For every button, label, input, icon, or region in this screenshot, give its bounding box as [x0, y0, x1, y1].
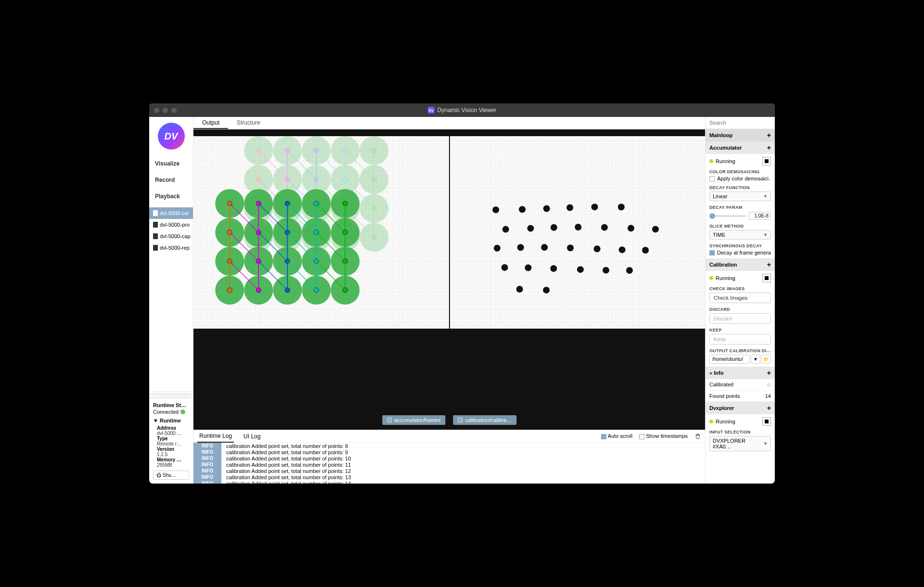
pill-accumulator[interactable]: accumulator/frames [382, 415, 446, 425]
checkbox-icon [458, 418, 462, 422]
keep-button[interactable]: Keep [709, 334, 771, 345]
kv-label: Type [157, 436, 189, 441]
pill-calibration[interactable]: calibration/calibra… [453, 415, 516, 425]
chevron-down-icon: ▼ [763, 441, 768, 446]
left-sidebar: DV Visualize Record Playback dvl-5000-ca… [149, 117, 193, 484]
log-level-badge: INFO [193, 455, 221, 461]
svg-point-141 [527, 225, 534, 232]
running-indicator-icon [709, 159, 713, 163]
output-dir-input[interactable]: /home/ubuntu/ [709, 355, 750, 364]
runtime-collapse[interactable]: ▼ Runtime [153, 418, 189, 423]
section-info[interactable]: » Info+ [706, 367, 775, 379]
app-icon: Dv [428, 107, 435, 114]
kv-label: Address [157, 425, 189, 431]
slider-thumb[interactable] [709, 213, 715, 219]
svg-point-140 [502, 226, 509, 233]
file-item[interactable]: dvl-5000-pro [149, 219, 193, 230]
log-level-badge: INFO [193, 461, 221, 468]
log-message: calibration Added point set, total numbe… [221, 481, 351, 484]
file-item[interactable]: dvl-5000-cap [149, 230, 193, 242]
section-mainloop[interactable]: Mainloop+ [706, 129, 775, 141]
plus-icon: + [767, 131, 771, 139]
stop-button[interactable] [762, 157, 771, 166]
minimize-icon[interactable] [163, 108, 168, 113]
prop-label: INPUT SELECTION [709, 430, 771, 434]
decay-param-slider[interactable] [709, 215, 746, 217]
section-dvxplorer[interactable]: Dvxplorer+ [706, 402, 775, 414]
nav-playback[interactable]: Playback [149, 188, 193, 204]
output-dir-dropdown[interactable]: ▼ [751, 355, 760, 364]
svg-point-151 [593, 245, 600, 252]
search-input[interactable] [706, 117, 775, 129]
log-area: Runtime Log UI Log Auto scroll Show time… [193, 430, 705, 484]
decay-function-select[interactable]: Linear▼ [709, 191, 771, 201]
svg-point-160 [516, 286, 523, 293]
nav-record[interactable]: Record [149, 172, 193, 188]
x-icon: ⊘ [767, 382, 771, 388]
svg-point-159 [626, 267, 633, 274]
stop-icon [765, 276, 769, 280]
stop-button[interactable] [762, 417, 771, 426]
decay-param-value[interactable]: 1.0E-8 [749, 212, 771, 220]
prop-label: CHECK IMAGES [709, 286, 771, 291]
svg-point-155 [525, 264, 531, 271]
log-tab-runtime[interactable]: Runtime Log [197, 430, 234, 443]
slice-method-select[interactable]: TIME▼ [709, 230, 771, 240]
stop-icon [765, 420, 769, 423]
discard-button[interactable]: Discard [709, 313, 771, 324]
center-panel: Output Structure [193, 117, 705, 484]
running-label: Running [716, 419, 735, 424]
section-calibration[interactable]: Calibration+ [706, 258, 775, 271]
log-tab-ui[interactable]: UI Log [242, 431, 262, 442]
calibration-overlay [193, 136, 449, 329]
main-tabs: Output Structure [193, 117, 705, 129]
stop-button[interactable] [762, 274, 771, 282]
checkbox-icon [709, 250, 715, 255]
running-label: Running [716, 158, 735, 164]
tab-structure[interactable]: Structure [228, 117, 269, 129]
kv-label: Version [157, 447, 189, 452]
svg-point-134 [492, 206, 499, 213]
color-demosaicing-toggle[interactable]: Apply color demosaici… [709, 176, 771, 181]
file-item[interactable]: dvl-5000-rep [149, 242, 193, 254]
tab-output[interactable]: Output [193, 117, 228, 129]
log-level-badge: INFO [193, 443, 221, 449]
shutdown-button[interactable]: ⏻Shu… [153, 471, 189, 480]
plus-icon: + [767, 144, 771, 152]
sync-decay-toggle[interactable]: Decay at frame genera… [709, 250, 771, 255]
svg-point-145 [628, 225, 634, 231]
log-line: INFOcalibration Added point set, total n… [193, 461, 705, 468]
stream-pills: accumulator/frames calibration/calibra… [382, 415, 516, 425]
chevron-down-icon: ▼ [763, 194, 768, 199]
view-accumulator[interactable] [193, 136, 449, 329]
window-title: Dv Dynamic Vision Viewer [428, 107, 496, 114]
prop-label: COLOR DEMOSAICING [709, 169, 771, 174]
close-icon[interactable] [154, 108, 159, 113]
prop-label: SYNCHRONOUS DECAY [709, 243, 771, 248]
prop-label: SLICE METHOD [709, 224, 771, 229]
check-images-button[interactable]: Check Images [709, 293, 771, 303]
log-line: INFOcalibration Added point set, total n… [193, 480, 705, 484]
autoscroll-toggle[interactable]: Auto scroll [601, 433, 632, 439]
kv-value: 295MB [157, 462, 189, 468]
view-calibration[interactable] [449, 136, 706, 329]
nav-visualize[interactable]: Visualize [149, 155, 193, 172]
trash-icon[interactable] [694, 433, 701, 440]
running-indicator-icon [709, 420, 713, 423]
input-selection-select[interactable]: DVXPLORER #XA0…▼ [709, 436, 771, 451]
kv-value: Remote r… [157, 441, 189, 447]
log-line: INFOcalibration Added point set, total n… [193, 455, 705, 461]
runtime-status-header: Runtime Stat… [153, 402, 189, 408]
maximize-icon[interactable] [171, 108, 177, 113]
section-accumulator[interactable]: Accumulator+ [706, 141, 775, 154]
kv-label: Memory … [157, 457, 189, 462]
timestamps-toggle[interactable]: Show timestamps [639, 433, 688, 439]
prop-label: OUTPUT CALIBRATION DIRECT… [709, 348, 771, 353]
prop-label: DECAY FUNCTION [709, 185, 771, 190]
file-item[interactable]: dvl-5000-cal [149, 207, 193, 219]
output-dir-browse[interactable]: 📁 [761, 355, 771, 364]
views [193, 136, 705, 329]
log-level-badge: INFO [193, 468, 221, 474]
horizontal-scrollbar[interactable]: ‹› [149, 391, 193, 398]
body: DV Visualize Record Playback dvl-5000-ca… [149, 117, 775, 484]
